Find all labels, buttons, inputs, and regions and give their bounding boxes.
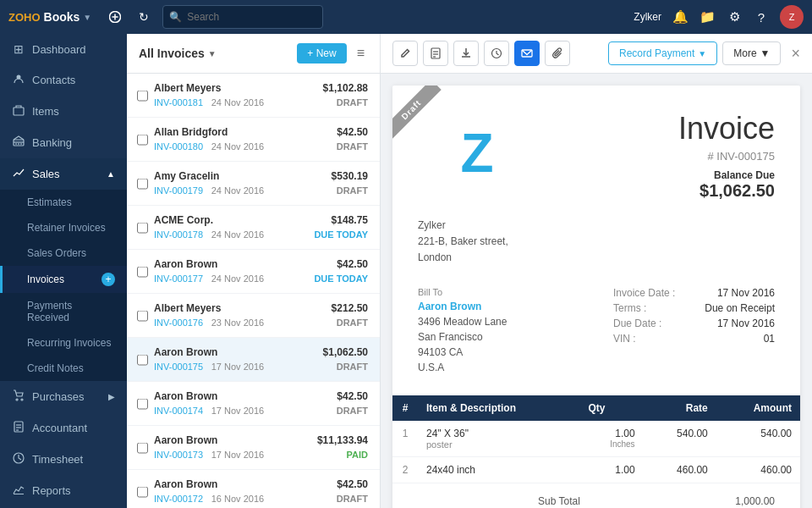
sidebar-label-estimates: Estimates xyxy=(27,196,115,208)
sidebar-item-sales[interactable]: Sales ▲ xyxy=(0,158,127,190)
topbar: ZOHO Books ▼ ↻ 🔍 Zylker 🔔 📁 ⚙ ? Z xyxy=(0,0,812,34)
invoice-checkbox[interactable] xyxy=(137,398,148,409)
invoice-item-name: Aaron Brown xyxy=(154,258,217,270)
sidebar-item-contacts[interactable]: Contacts xyxy=(0,64,127,96)
sidebar-item-credit-notes[interactable]: Credit Notes xyxy=(0,356,127,381)
invoice-list-title[interactable]: All Invoices ▼ xyxy=(139,47,217,60)
sidebar-item-timesheet[interactable]: Timesheet xyxy=(0,444,127,475)
email-icon-btn[interactable] xyxy=(514,41,540,66)
invoice-item-ref[interactable]: INV-000176 xyxy=(154,318,203,328)
invoice-item-ref[interactable]: INV-000173 xyxy=(154,450,203,460)
invoice-list-item[interactable]: Aaron Brown $1,062.50 INV-000175 17 Nov … xyxy=(127,338,380,382)
invoice-checkbox[interactable] xyxy=(137,134,148,145)
refresh-button[interactable]: ↻ xyxy=(132,5,156,29)
search-input[interactable] xyxy=(162,5,323,29)
invoice-item-amount: $42.50 xyxy=(337,390,368,402)
sidebar-item-accountant[interactable]: Accountant xyxy=(0,412,127,444)
sidebar-item-invoices[interactable]: Invoices + xyxy=(0,266,127,293)
invoice-item-ref[interactable]: INV-000180 xyxy=(154,141,203,152)
invoice-item-row2: INV-000181 24 Nov 2016 DRAFT xyxy=(154,96,368,108)
pdf-icon-btn[interactable] xyxy=(423,41,448,66)
invoice-item-amount: $1,102.88 xyxy=(323,82,368,94)
invoice-item-ref[interactable]: INV-000179 xyxy=(154,185,203,196)
invoice-item-ref[interactable]: INV-000172 xyxy=(154,494,203,504)
invoice-list-item[interactable]: Aaron Brown $42.50 INV-000177 24 Nov 201… xyxy=(127,250,380,294)
sidebar-item-estimates[interactable]: Estimates xyxy=(0,190,127,215)
invoice-item-ref[interactable]: INV-000181 xyxy=(154,97,203,108)
sidebar-item-retainer-invoices[interactable]: Retainer Invoices xyxy=(0,215,127,240)
draft-badge: Draft xyxy=(392,86,460,153)
invoice-checkbox[interactable] xyxy=(137,310,148,321)
invoice-item-row1: Albert Meyers $1,102.88 xyxy=(154,82,368,94)
history-icon-btn[interactable] xyxy=(484,41,509,66)
invoice-list-header: All Invoices ▼ + New ≡ xyxy=(127,34,380,74)
sidebar-item-sales-orders[interactable]: Sales Orders xyxy=(0,240,127,266)
invoice-item-amount: $42.50 xyxy=(337,478,368,490)
invoice-checkbox[interactable] xyxy=(137,178,148,189)
invoice-list-item[interactable]: Albert Meyers $212.50 INV-000176 23 Nov … xyxy=(127,294,380,338)
svg-rect-13 xyxy=(14,494,24,494)
add-button[interactable] xyxy=(103,5,127,29)
invoice-checkbox[interactable] xyxy=(137,222,148,233)
invoice-item-date: 17 Nov 2016 xyxy=(211,362,264,372)
invoice-item-row1: Aaron Brown $11,133.94 xyxy=(154,434,368,446)
invoice-detail-panel: Record Payment ▼ More ▼ × Draft Z xyxy=(381,34,812,508)
invoice-item-ref[interactable]: INV-000178 xyxy=(154,229,203,240)
sidebar-item-recurring-invoices[interactable]: Recurring Invoices xyxy=(0,330,127,356)
invoice-add-btn[interactable]: + xyxy=(102,273,115,286)
attachment-icon-btn[interactable] xyxy=(545,41,570,66)
invoice-item-ref[interactable]: INV-000175 xyxy=(154,362,203,372)
record-payment-button[interactable]: Record Payment ▼ xyxy=(608,41,717,65)
invoice-list-item[interactable]: Aaron Brown $42.50 INV-000174 17 Nov 201… xyxy=(127,382,380,426)
reports-icon xyxy=(12,483,25,498)
invoice-item-ref[interactable]: INV-000174 xyxy=(154,406,203,416)
filter-button[interactable]: ≡ xyxy=(354,42,368,64)
logo-dropdown-arrow[interactable]: ▼ xyxy=(83,13,91,22)
help-icon-btn[interactable]: ? xyxy=(749,5,773,29)
new-invoice-button[interactable]: + New xyxy=(297,43,346,64)
sidebar-item-items[interactable]: Items xyxy=(0,96,127,127)
invoice-item-row2: INV-000179 24 Nov 2016 DRAFT xyxy=(154,184,368,196)
invoice-list-item[interactable]: Aaron Brown $11,133.94 INV-000173 17 Nov… xyxy=(127,426,380,470)
gear-icon-btn[interactable]: ⚙ xyxy=(722,5,746,29)
edit-icon-btn[interactable] xyxy=(392,41,418,66)
sidebar-item-purchases[interactable]: Purchases ▶ xyxy=(0,381,127,412)
search-wrap: 🔍 xyxy=(162,5,323,29)
close-button[interactable]: × xyxy=(791,45,800,63)
sidebar-item-reports[interactable]: Reports xyxy=(0,475,127,506)
invoice-list-body: Albert Meyers $1,102.88 INV-000181 24 No… xyxy=(127,74,380,508)
sidebar-item-banking[interactable]: Banking xyxy=(0,127,127,158)
invoice-item-row1: Aaron Brown $42.50 xyxy=(154,258,368,270)
meta-value: Due on Receipt xyxy=(705,302,775,314)
invoice-checkbox[interactable] xyxy=(137,486,148,497)
invoice-list-item[interactable]: Amy Gracelin $530.19 INV-000179 24 Nov 2… xyxy=(127,162,380,206)
sidebar-label-banking: Banking xyxy=(32,136,115,149)
folder-icon-btn[interactable]: 📁 xyxy=(695,5,719,29)
sidebar-item-payments-received[interactable]: Payments Received xyxy=(0,293,127,330)
invoice-list-item[interactable]: Aaron Brown $42.50 INV-000172 16 Nov 201… xyxy=(127,470,380,508)
from-line2: London xyxy=(418,250,775,266)
new-btn-label: + New xyxy=(307,47,336,59)
invoice-item-amount: $1,062.50 xyxy=(323,346,368,358)
dashboard-icon: ⊞ xyxy=(12,42,25,56)
invoice-item-ref[interactable]: INV-000177 xyxy=(154,273,203,284)
invoice-list-item[interactable]: Allan Bridgford $42.50 INV-000180 24 Nov… xyxy=(127,118,380,162)
sidebar-label-reports: Reports xyxy=(32,484,115,497)
invoice-item-row1: Albert Meyers $212.50 xyxy=(154,302,368,314)
sidebar-label-invoices: Invoices xyxy=(27,273,95,285)
meta-label: Terms : xyxy=(613,302,646,314)
sidebar-item-dashboard[interactable]: ⊞ Dashboard xyxy=(0,34,127,64)
invoice-list-item[interactable]: Albert Meyers $1,102.88 INV-000181 24 No… xyxy=(127,74,380,118)
sidebar-label-payments: Payments Received xyxy=(27,300,115,323)
invoice-checkbox[interactable] xyxy=(137,442,148,453)
bell-icon-btn[interactable]: 🔔 xyxy=(668,5,692,29)
from-line1: 221-B, Baker street, xyxy=(418,234,775,250)
more-button[interactable]: More ▼ xyxy=(722,41,781,65)
download-icon-btn[interactable] xyxy=(453,41,479,66)
invoice-checkbox[interactable] xyxy=(137,266,148,277)
record-payment-chevron: ▼ xyxy=(698,49,706,58)
sidebar-label-accountant: Accountant xyxy=(32,422,115,434)
invoice-checkbox[interactable] xyxy=(137,90,148,101)
invoice-checkbox[interactable] xyxy=(137,354,148,365)
invoice-list-item[interactable]: ACME Corp. $148.75 INV-000178 24 Nov 201… xyxy=(127,206,380,250)
